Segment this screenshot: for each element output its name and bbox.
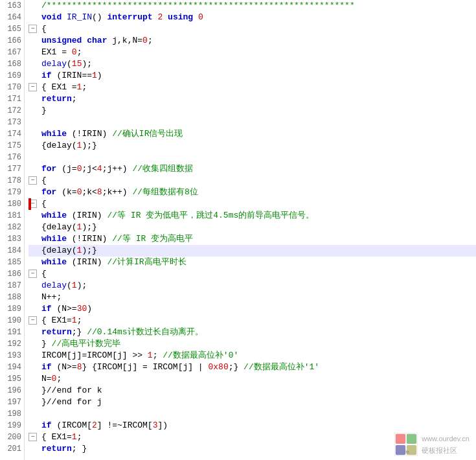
code-text: IRCOM[j]=IRCOM[j] >> 1; //数据最高位补'0' xyxy=(41,350,238,362)
code-text: return; } xyxy=(41,443,87,455)
code-text: delay(1); xyxy=(41,280,87,292)
line-number: 197 xyxy=(3,397,21,408)
token-plain: ( xyxy=(67,59,72,69)
code-area[interactable]: /***************************************… xyxy=(25,0,476,455)
collapse-toggle[interactable]: − xyxy=(28,433,37,441)
code-line: − { EX1=1; xyxy=(28,315,476,327)
code-line: EX1 = 0; xyxy=(28,47,476,58)
token-plain: ;k++) xyxy=(102,187,133,197)
token-plain: ; xyxy=(77,316,82,325)
code-text: unsigned char j,k,N=0; xyxy=(41,35,153,47)
token-num: 15 xyxy=(72,59,82,69)
code-line: delay(1); xyxy=(28,280,476,292)
code-text: if (IRIN==1) xyxy=(41,70,102,82)
token-plain: );} xyxy=(82,141,96,150)
token-plain: ;} xyxy=(229,362,244,372)
line-number: 184 xyxy=(3,245,21,257)
svg-rect-2 xyxy=(407,434,416,444)
token-num: 1 xyxy=(72,432,77,442)
token-kw: return xyxy=(41,94,72,104)
token-plain: { xyxy=(41,269,47,279)
token-plain: { xyxy=(41,199,47,209)
code-text: } xyxy=(41,105,47,117)
collapse-gutter: − xyxy=(28,431,41,443)
code-text: { EX1=1; xyxy=(41,315,82,327)
code-line: {delay(1);} xyxy=(28,222,476,233)
token-kw: for xyxy=(41,187,56,197)
token-fn: delay xyxy=(41,59,67,69)
code-line: for (j=0;j<4;j++) //收集四组数据 xyxy=(28,163,476,175)
token-plain xyxy=(163,12,168,22)
code-text: { xyxy=(41,23,47,35)
collapse-gutter: − xyxy=(28,315,41,327)
token-plain: ;j< xyxy=(82,164,96,174)
token-kw: return xyxy=(41,444,72,454)
red-breakpoint-marker xyxy=(28,198,31,210)
code-text: while (IRIN) //计算IR高电平时长 xyxy=(41,257,187,268)
token-num: 0 xyxy=(142,36,148,45)
line-number: 163 xyxy=(3,0,21,12)
code-text: { xyxy=(41,268,47,280)
line-number: 185 xyxy=(3,257,21,268)
token-num: 2 xyxy=(92,420,97,430)
code-line: IRCOM[j]=IRCOM[j] >> 1; //数据最高位补'0' xyxy=(28,350,476,362)
token-num: 1 xyxy=(72,281,77,290)
site-logo: site xyxy=(394,433,418,456)
code-text: { EX1=1; xyxy=(41,431,82,443)
code-line: }//end for j xyxy=(28,397,476,408)
code-line: void IR_IN() interrupt 2 using 0 xyxy=(28,12,476,23)
collapse-toggle[interactable]: − xyxy=(28,270,37,278)
token-kw: unsigned xyxy=(41,36,82,45)
code-text: for (k=0;k<8;k++) //每组数据有8位 xyxy=(41,187,198,198)
token-plain: N++; xyxy=(41,292,62,302)
line-number: 194 xyxy=(3,362,21,373)
token-plain: {delay( xyxy=(41,222,77,232)
token-cmt: //0.14ms计数过长自动离开。 xyxy=(87,327,203,337)
collapse-gutter: − xyxy=(28,23,41,35)
token-plain: ( xyxy=(67,281,72,290)
token-num: 0 xyxy=(198,12,203,22)
code-text: EX1 = 0; xyxy=(41,47,82,58)
code-text: N=0; xyxy=(41,373,62,385)
token-num: 30 xyxy=(77,304,87,314)
token-plain: {delay( xyxy=(41,246,77,255)
token-num: 1 xyxy=(148,351,153,360)
token-plain: { EX1= xyxy=(41,432,72,442)
token-kw: void xyxy=(41,12,62,22)
token-kw: if xyxy=(41,71,52,80)
token-cmt: //每组数据有8位 xyxy=(132,187,198,197)
collapse-toggle[interactable]: − xyxy=(28,316,37,325)
line-number: 175 xyxy=(3,140,21,152)
token-plain: ; xyxy=(82,82,87,92)
token-kw: while xyxy=(41,211,67,220)
token-plain: { EX1 = xyxy=(41,82,77,92)
token-num: 8 xyxy=(97,187,102,197)
token-num: 0 xyxy=(72,47,77,57)
code-text: N++; xyxy=(41,292,62,303)
token-plain: ;} xyxy=(72,327,87,337)
line-number: 177 xyxy=(3,163,21,175)
collapse-toggle[interactable]: − xyxy=(28,25,37,33)
token-plain: (N>= xyxy=(52,362,77,372)
collapse-toggle[interactable]: − xyxy=(28,83,37,91)
token-num: 1 xyxy=(72,316,77,325)
token-kw: if xyxy=(41,362,52,372)
token-plain: IRCOM[j]=IRCOM[j] >> xyxy=(41,351,148,360)
token-cmt: //数据最高位补'0' xyxy=(163,351,238,360)
token-plain: ); xyxy=(82,59,92,69)
token-plain: (IRIN) xyxy=(67,257,107,267)
token-plain: ; xyxy=(56,374,62,384)
token-plain: );} xyxy=(82,246,96,255)
token-plain xyxy=(62,12,67,22)
token-plain: ; } xyxy=(72,444,87,454)
line-number: 169 xyxy=(3,70,21,82)
line-number: 171 xyxy=(3,93,21,105)
line-number: 181 xyxy=(3,210,21,222)
token-kw: while xyxy=(41,257,67,267)
collapse-toggle[interactable]: − xyxy=(28,176,37,185)
line-number: 196 xyxy=(3,385,21,397)
line-number: 193 xyxy=(3,350,21,362)
svg-rect-1 xyxy=(396,434,405,444)
code-line: while (!IRIN) //确认IR信号出现 xyxy=(28,128,476,140)
code-text: return;} //0.14ms计数过长自动离开。 xyxy=(41,327,203,338)
